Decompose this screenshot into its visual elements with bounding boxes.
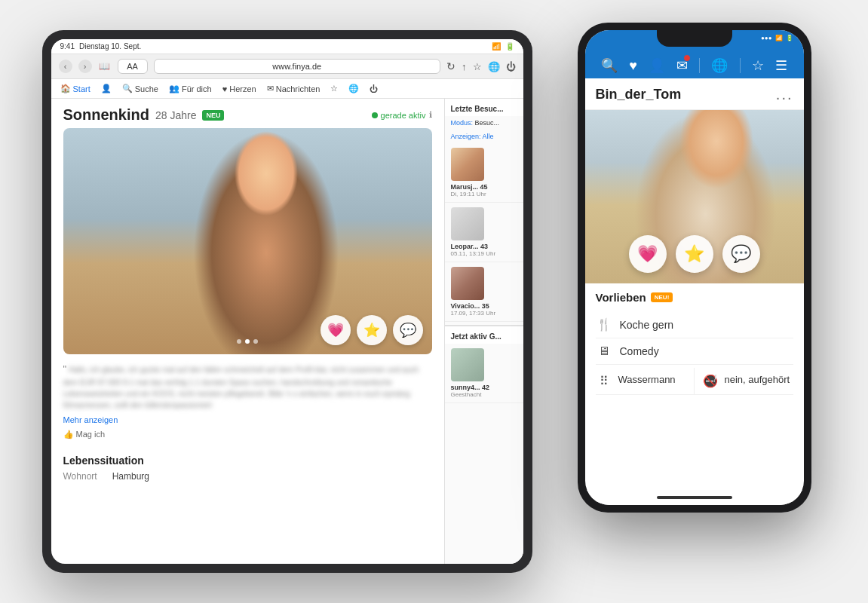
dot-2 bbox=[245, 339, 250, 344]
phone-heart-button[interactable]: ♥ bbox=[629, 58, 637, 74]
star-nav-icon: ☆ bbox=[330, 84, 338, 93]
phone-notch-area: ●●● 📶 🔋 bbox=[585, 30, 804, 53]
tablet-main: Sonnenkind 28 Jahre NEU gerade aktiv ℹ bbox=[51, 99, 444, 564]
phone-profile-button[interactable]: 👤 bbox=[649, 57, 665, 74]
mehr-anzeigen-link[interactable]: Mehr anzeigen bbox=[63, 414, 432, 427]
person-icon: 👤 bbox=[101, 84, 112, 93]
no-smoking-icon: 🚭 bbox=[702, 374, 719, 388]
phone-star-button[interactable]: ☆ bbox=[752, 57, 764, 74]
nav-herzen[interactable]: ♥ Herzen bbox=[222, 83, 256, 95]
sidebar-name-2: Leopar... 43 bbox=[451, 243, 517, 250]
tablet-nav: 🏠 🏠 Start Start 👤 🔍 Suche 👥 Für dich ♥ bbox=[51, 79, 523, 99]
phone-search-button[interactable]: 🔍 bbox=[601, 57, 618, 74]
sidebar-modus: Modus: Besuc... bbox=[445, 116, 523, 130]
message-button[interactable]: 💬 bbox=[393, 315, 423, 345]
pref-cook-label: Koche gern bbox=[620, 319, 674, 331]
power-icon: ⏻ bbox=[370, 84, 378, 93]
phone-screen: ●●● 📶 🔋 🔍 ♥ 👤 ✉ 🌐 ☆ ☰ bbox=[585, 30, 804, 505]
sidebar-active-location-1: Geesthacht bbox=[451, 391, 517, 398]
browser-bar: ‹ › 📖 AA www.finya.de ↻ ↑ ☆ 🌐 ⏻ bbox=[51, 54, 523, 79]
pref-row-cook: 🍴 Koche gern bbox=[596, 311, 793, 338]
topbar-divider-2 bbox=[740, 58, 741, 73]
message-badge bbox=[683, 54, 691, 62]
phone-profile-photo: 💗 ⭐ 💬 bbox=[585, 110, 804, 283]
phone-preferences: Vorlieben NEU! 🍴 Koche gern 🖥 Comedy ⠿ bbox=[585, 283, 804, 490]
monitor-icon: 🖥 bbox=[596, 344, 612, 358]
tablet-device: 9:41 Dienstag 10. Sept. 📶 🔋 ‹ › 📖 AA www… bbox=[42, 30, 532, 573]
preferences-title-text: Vorlieben bbox=[596, 291, 646, 304]
reload-button[interactable]: ↻ bbox=[446, 60, 455, 72]
browser-power-button[interactable]: ⏻ bbox=[506, 61, 516, 72]
aa-button[interactable]: AA bbox=[118, 59, 148, 74]
sidebar-name-1: Marusj... 45 bbox=[451, 183, 517, 191]
nav-bookmark[interactable]: ☆ bbox=[330, 82, 338, 95]
phone-star-action-button[interactable]: ⭐ bbox=[676, 235, 713, 273]
phone-chat-button[interactable]: 💬 bbox=[722, 235, 760, 273]
scene: 9:41 Dienstag 10. Sept. 📶 🔋 ‹ › 📖 AA www… bbox=[20, 15, 849, 588]
new-badge-orange: NEU! bbox=[651, 292, 673, 302]
signal-icon: ●●● bbox=[761, 35, 772, 41]
phone-profile-header: Bin_der_Tom ... bbox=[585, 78, 804, 110]
lebenssituation-title: Lebenssituation bbox=[63, 455, 432, 467]
bookmark-list-button[interactable]: 📖 bbox=[98, 60, 112, 73]
phone-message-button[interactable]: ✉ bbox=[676, 57, 688, 74]
status-text: gerade aktiv bbox=[381, 111, 426, 120]
like-button[interactable]: 💗 bbox=[321, 315, 351, 345]
bio-text: Hallo, ich glaube, ich gucke mal auf den… bbox=[63, 366, 419, 409]
mag-ich-button[interactable]: 👍 Mag ich bbox=[63, 428, 432, 441]
phone-menu-button[interactable]: ☰ bbox=[775, 57, 787, 74]
phone-status: ●●● 📶 🔋 bbox=[761, 35, 793, 41]
tablet-status-bar: 9:41 Dienstag 10. Sept. 📶 🔋 bbox=[51, 39, 523, 54]
nav-home[interactable]: 🏠 🏠 Start Start bbox=[60, 82, 90, 95]
pref-aquarius-label: Wassermann bbox=[618, 374, 676, 385]
avatar-4 bbox=[451, 348, 484, 381]
browser-bookmark-button[interactable]: ☆ bbox=[473, 61, 482, 72]
phone-device: ●●● 📶 🔋 🔍 ♥ 👤 ✉ 🌐 ☆ ☰ bbox=[578, 23, 811, 513]
thumbsup-icon: 👍 bbox=[63, 428, 74, 441]
phone-globe-button[interactable]: 🌐 bbox=[711, 57, 728, 74]
sidebar-user-2[interactable]: Leopar... 43 05.11, 13:19 Uhr bbox=[445, 203, 523, 262]
star-button[interactable]: ⭐ bbox=[357, 315, 387, 345]
share-button[interactable]: ↑ bbox=[462, 61, 467, 72]
nav-person[interactable]: 👤 bbox=[101, 82, 112, 95]
jetzt-aktiv-title: Jetzt aktiv G... bbox=[445, 325, 523, 344]
profile-age: 28 Jahre bbox=[155, 109, 196, 121]
sidebar-user-3[interactable]: Vivacio... 35 17.09, 17:33 Uhr bbox=[445, 262, 523, 322]
info-icon: ℹ bbox=[429, 110, 432, 120]
photo-actions: 💗 ⭐ 💬 bbox=[321, 315, 423, 345]
heart-nav-icon: ♥ bbox=[222, 84, 228, 93]
nav-search[interactable]: 🔍 Suche bbox=[122, 82, 158, 95]
profile-photo: 💗 ⭐ 💬 bbox=[63, 128, 432, 354]
tablet-sidebar: Letzte Besuc... Modus: Besuc... Anzeigen… bbox=[444, 99, 523, 564]
preferences-title: Vorlieben NEU! bbox=[596, 291, 793, 304]
nav-nachrichten[interactable]: ✉ Nachrichten bbox=[267, 82, 321, 95]
phone-home-indicator bbox=[585, 490, 804, 505]
nav-power[interactable]: ⏻ bbox=[370, 83, 378, 95]
aquarius-icon: ⠿ bbox=[596, 374, 612, 388]
nav-globe[interactable]: 🌐 bbox=[348, 82, 359, 95]
profile-bio: " Hallo, ich glaube, ich gucke mal auf d… bbox=[51, 354, 444, 448]
wifi-phone-icon: 📶 bbox=[775, 35, 783, 41]
sidebar-anzeigen: Anzeigen: Alle bbox=[445, 130, 523, 143]
battery-phone-icon: 🔋 bbox=[786, 35, 793, 41]
globe-nav-icon: 🌐 bbox=[348, 84, 359, 93]
address-bar[interactable]: www.finya.de bbox=[154, 59, 441, 74]
forward-button[interactable]: › bbox=[78, 60, 92, 73]
tablet-screen: 9:41 Dienstag 10. Sept. 📶 🔋 ‹ › 📖 AA www… bbox=[51, 39, 523, 564]
status-dot bbox=[372, 112, 378, 118]
back-button[interactable]: ‹ bbox=[59, 60, 72, 73]
sidebar-time-3: 17.09, 17:33 Uhr bbox=[451, 310, 517, 317]
phone-username: Bin_der_Tom bbox=[596, 87, 682, 103]
tablet-date: Dienstag 10. Sept. bbox=[79, 42, 141, 51]
avatar-1 bbox=[451, 148, 484, 181]
phone-more-button[interactable]: ... bbox=[776, 86, 793, 103]
sidebar-user-1[interactable]: Marusj... 45 Di, 19:11 Uhr bbox=[445, 143, 523, 203]
sidebar-time-2: 05.11, 13:19 Uhr bbox=[451, 250, 517, 257]
sidebar-active-user-1[interactable]: sunny4... 42 Geesthacht bbox=[445, 344, 523, 403]
home-bar bbox=[657, 496, 732, 499]
sidebar-name-3: Vivacio... 35 bbox=[451, 302, 517, 310]
fork-icon: 🍴 bbox=[596, 317, 612, 332]
phone-like-button[interactable]: 💗 bbox=[629, 235, 667, 273]
nav-fuer-dich[interactable]: 👥 Für dich bbox=[169, 82, 212, 95]
wifi-icon: 📶 bbox=[492, 42, 501, 51]
